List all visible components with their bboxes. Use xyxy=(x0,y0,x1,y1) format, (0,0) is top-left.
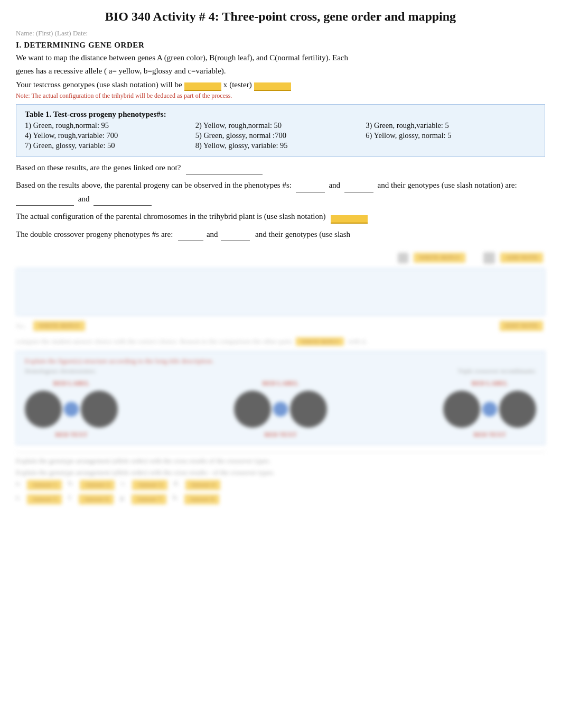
chromosome-1: RED LABEL RED TEXT xyxy=(25,380,118,439)
testcross-line: Your testcross genotypes (use slash nota… xyxy=(16,79,545,91)
testcross-input-1[interactable] xyxy=(184,82,221,91)
bottom-answers-row-2: e. Answer 5 f. Answer 6 g. Answer 7 h. A… xyxy=(16,493,545,505)
table-cell: 3) Green, rough,variable: 5 xyxy=(366,121,536,130)
lower-section: WRITE REPLY ADD NOTE No. WRITE REPLY EDI… xyxy=(16,252,545,505)
chrom-shape-6 xyxy=(499,391,536,428)
chrom-box-label: Explain the figure(s) structure accordin… xyxy=(25,357,536,365)
chromosome-2: RED LABEL RED TEXT xyxy=(234,380,327,439)
answer-text-box[interactable] xyxy=(16,268,545,316)
bottom-answers-label: Explain the genotype arrangement (allele… xyxy=(16,468,545,477)
bottom-section: Explain the genotype arrangement (allele… xyxy=(16,452,545,505)
answer-2: Answer 2 xyxy=(80,480,115,490)
blue-dot-3 xyxy=(482,402,497,417)
chromosomes-box: Explain the figure(s) structure accordin… xyxy=(16,351,545,445)
chromosome-3: RED LABEL RED TEXT xyxy=(443,380,536,439)
pencil-icon xyxy=(398,253,408,263)
chrom-shape-5 xyxy=(443,391,480,428)
answer-4: Answer 4 xyxy=(185,480,220,490)
chromosomes-row: RED LABEL RED TEXT RED LABEL RE xyxy=(25,380,536,439)
blue-dot-1 xyxy=(64,402,79,417)
table-row: 7) Green, glossy, variable: 50 8) Yellow… xyxy=(25,141,536,150)
q1-answer[interactable] xyxy=(186,166,263,174)
page-title: BIO 340 Activity # 4: Three-point cross,… xyxy=(16,10,545,24)
table-cell: 5) Green, glossy, normal :700 xyxy=(195,131,366,140)
table-cell: 6) Yellow, glossy, normal: 5 xyxy=(366,131,536,140)
table-cell xyxy=(366,141,536,150)
triple-crossover-label: Triple crossover recombinants: xyxy=(457,367,536,375)
q4-blank2[interactable] xyxy=(221,233,250,241)
answer-1: Answer 1 xyxy=(27,480,62,490)
intro-text-2: genes has a recessive allele ( a= yellow… xyxy=(16,65,545,77)
blue-dot-2 xyxy=(273,402,288,417)
note-text: Note: The actual configuration of the tr… xyxy=(16,92,545,100)
question-3: The actual configuration of the parental… xyxy=(16,210,545,224)
chrom-shape-3 xyxy=(234,391,271,428)
table-cell: 1) Green, rough,normal: 95 xyxy=(25,121,195,130)
table-row: 1) Green, rough,normal: 95 2) Yellow, ro… xyxy=(25,121,536,130)
chrom-shape-4 xyxy=(290,391,327,428)
answer-7: Answer 7 xyxy=(132,494,166,504)
answer-8: Answer 8 xyxy=(184,494,219,504)
question-4: The double crossover progeny phenotypes … xyxy=(16,228,545,242)
section-heading: I. DETERMINING GENE ORDER xyxy=(16,41,545,50)
bottom-note: Explain the genotype arrangement (allele… xyxy=(16,457,545,465)
intro-text-1: We want to map the distance between gene… xyxy=(16,52,545,64)
write-reply-button[interactable]: WRITE REPLY xyxy=(398,252,467,264)
add-note-label: ADD NOTE xyxy=(500,253,543,263)
question-2: Based on the results above, the parental… xyxy=(16,179,545,206)
q2-blank4[interactable] xyxy=(94,197,152,206)
testcross-input-2[interactable] xyxy=(254,82,291,91)
q3-blank[interactable] xyxy=(331,215,368,224)
answer-3: Answer 3 xyxy=(132,480,167,490)
q2-blank3[interactable] xyxy=(16,197,74,206)
bottom-answers-row-1: a. Answer 1 b. Answer 2 c. Answer 3 d. A… xyxy=(16,479,545,491)
table-title: Table 1. Test-cross progeny phenotypes#s… xyxy=(25,110,536,119)
answer-6: Answer 6 xyxy=(79,494,114,504)
lower-redact-1: WRITE REPLY xyxy=(33,321,85,331)
lower-redact-2: EDIT NOTE xyxy=(500,321,543,331)
q2-blank1[interactable] xyxy=(296,184,325,192)
homologous-label: Homologous chromosomes: xyxy=(25,367,96,375)
q2-blank2[interactable] xyxy=(344,184,373,192)
write-reply-label: WRITE REPLY xyxy=(414,253,465,263)
add-note-button[interactable]: ADD NOTE xyxy=(483,252,545,264)
answer-5: Answer 5 xyxy=(27,494,62,504)
phenotype-table: Table 1. Test-cross progeny phenotypes#s… xyxy=(16,104,545,157)
question-1: Based on these results, are the genes li… xyxy=(16,161,545,175)
name-line: Name: (First) (Last) Date: xyxy=(16,29,545,38)
number-label: No. xyxy=(16,322,26,330)
table-cell: 4) Yellow, rough,variable: 700 xyxy=(25,131,195,140)
testcross-x: x xyxy=(223,79,228,91)
chrom-shape-1 xyxy=(25,391,62,428)
lower-row-1: No. WRITE REPLY EDIT NOTE xyxy=(16,320,545,332)
table-cell: 8) Yellow, glossy, variable: 95 xyxy=(195,141,366,150)
chrom-shape-2 xyxy=(81,391,118,428)
table-cell: 2) Yellow, rough,normal: 50 xyxy=(195,121,366,130)
testcross-tester-label: (tester) xyxy=(229,79,251,91)
compare-text: compare the student answer choice with t… xyxy=(16,336,545,347)
table-row: 4) Yellow, rough,variable: 700 5) Green,… xyxy=(25,131,536,140)
note-icon xyxy=(483,252,495,264)
table-cell: 7) Green, glossy, variable: 50 xyxy=(25,141,195,150)
q4-blank1[interactable] xyxy=(178,233,203,241)
testcross-prefix: Your testcross genotypes (use slash nota… xyxy=(16,79,182,91)
